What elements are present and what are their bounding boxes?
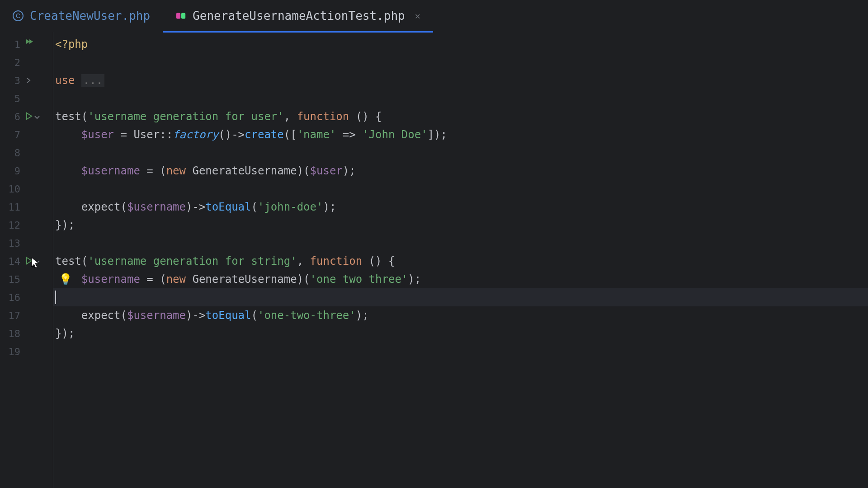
gutter-line[interactable]: 17 xyxy=(0,306,53,324)
gutter-line[interactable]: 5 xyxy=(0,89,53,108)
code-line[interactable]: use ... xyxy=(53,71,868,89)
svg-rect-2 xyxy=(176,13,180,19)
gutter-line[interactable]: 10 xyxy=(0,180,53,198)
code-line[interactable]: expect($username)->toEqual('john-doe'); xyxy=(53,198,868,216)
tab-create-new-user[interactable]: C CreateNewUser.php xyxy=(0,0,163,31)
gutter-line[interactable]: 8 xyxy=(0,144,53,162)
file-icon: C xyxy=(13,10,24,21)
code-line[interactable] xyxy=(53,234,868,252)
code-area[interactable]: <?php use ... test('username generation … xyxy=(53,32,868,488)
close-icon[interactable]: ✕ xyxy=(415,10,420,21)
code-line[interactable]: 💡 $username = (new GenerateUsername)('on… xyxy=(53,270,868,288)
code-line[interactable]: test('username generation for string', f… xyxy=(53,252,868,270)
code-line[interactable] xyxy=(53,89,868,108)
gutter-line[interactable]: 16 xyxy=(0,288,53,306)
intention-bulb-icon[interactable]: 💡 xyxy=(59,273,72,286)
code-line[interactable]: expect($username)->toEqual('one-two-thre… xyxy=(53,306,868,324)
run-icon[interactable] xyxy=(25,110,33,123)
gutter-line[interactable]: 6 xyxy=(0,108,53,126)
gutter-line[interactable]: 9 xyxy=(0,162,53,180)
gutter-line[interactable]: 18 xyxy=(0,324,53,343)
code-line[interactable] xyxy=(53,180,868,198)
tab-bar: C CreateNewUser.php GenerateUsernameActi… xyxy=(0,0,868,32)
gutter-line[interactable]: 2 xyxy=(0,53,53,71)
code-line[interactable]: $user = User::factory()->create(['name' … xyxy=(53,126,868,144)
gutter-line[interactable]: 14 xyxy=(0,252,53,270)
code-line[interactable] xyxy=(53,343,868,361)
run-all-icon[interactable] xyxy=(25,38,35,51)
gutter-line[interactable]: 11 xyxy=(0,198,53,216)
code-line[interactable]: test('username generation for user', fun… xyxy=(53,108,868,126)
gutter-line[interactable]: 3 xyxy=(0,71,53,89)
folded-text[interactable]: ... xyxy=(81,74,104,87)
gutter-line[interactable]: 12 xyxy=(0,216,53,234)
gutter-line[interactable]: 15 xyxy=(0,270,53,288)
tab-label: GenerateUsernameActionTest.php xyxy=(193,9,405,23)
editor: 1 2 3 5 6 7 8 9 10 11 12 13 14 15 16 17 xyxy=(0,32,868,488)
gutter-line[interactable]: 1 xyxy=(0,35,53,53)
chevron-down-icon[interactable] xyxy=(34,110,40,123)
svg-rect-3 xyxy=(181,13,185,19)
gutter: 1 2 3 5 6 7 8 9 10 11 12 13 14 15 16 17 xyxy=(0,32,53,488)
gutter-line[interactable]: 7 xyxy=(0,126,53,144)
gutter-line[interactable]: 13 xyxy=(0,234,53,252)
gutter-line[interactable]: 19 xyxy=(0,343,53,361)
code-line-current[interactable] xyxy=(53,288,868,306)
code-line[interactable] xyxy=(53,144,868,162)
run-icon[interactable] xyxy=(25,255,33,267)
tab-generate-username-test[interactable]: GenerateUsernameActionTest.php ✕ xyxy=(163,0,433,31)
code-line[interactable] xyxy=(53,53,868,71)
code-line[interactable]: }); xyxy=(53,216,868,234)
code-line[interactable]: }); xyxy=(53,324,868,343)
code-line[interactable]: $username = (new GenerateUsername)($user… xyxy=(53,162,868,180)
svg-text:C: C xyxy=(16,12,20,19)
code-line[interactable]: <?php xyxy=(53,35,868,53)
tab-label: CreateNewUser.php xyxy=(30,9,150,23)
text-caret xyxy=(55,291,56,304)
pest-icon xyxy=(175,10,186,21)
chevron-down-icon[interactable] xyxy=(34,255,40,267)
fold-closed-icon[interactable] xyxy=(25,74,32,87)
